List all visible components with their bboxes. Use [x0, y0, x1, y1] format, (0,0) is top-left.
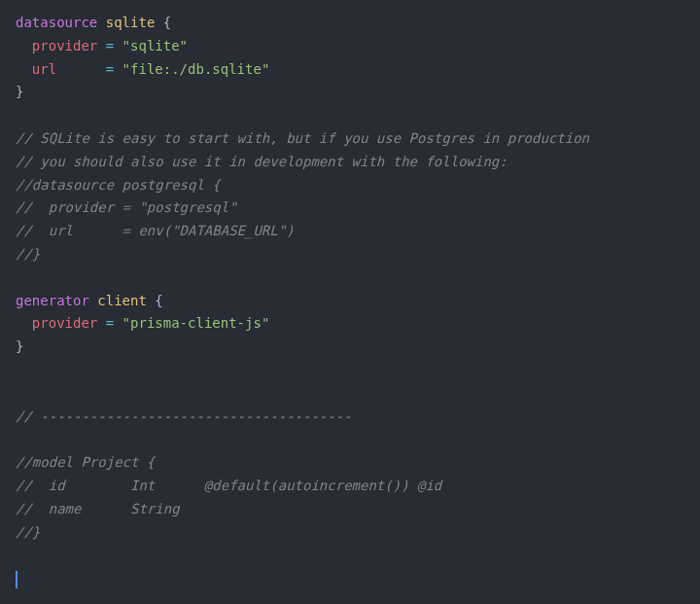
comment: // name String — [16, 501, 180, 516]
keyword-datasource: datasource — [16, 15, 97, 30]
string-sqlite: "sqlite" — [122, 38, 188, 53]
line: //} — [16, 246, 40, 262]
prop-url: url — [32, 61, 56, 77]
keyword-generator: generator — [16, 293, 89, 308]
string-prisma: "prisma-client-js" — [122, 315, 270, 331]
line: // -------------------------------------… — [16, 409, 352, 424]
generator-name: client — [97, 293, 147, 308]
line: } — [16, 338, 23, 354]
datasource-name: sqlite — [106, 15, 156, 30]
line: provider = "prisma-client-js" — [16, 315, 269, 331]
comment-divider: // -------------------------------------… — [16, 409, 352, 424]
brace-open: { — [147, 293, 163, 308]
line: generator client { — [16, 293, 163, 308]
line: datasource sqlite { — [16, 15, 171, 30]
line: // provider = "postgresql" — [16, 199, 237, 215]
line: } — [16, 84, 23, 99]
comment: //} — [16, 524, 40, 540]
operator-eq: = — [56, 61, 122, 77]
line: // you should also use it in development… — [16, 154, 508, 169]
line: //datasource postgresql { — [16, 177, 221, 193]
line: // name String — [16, 501, 180, 516]
comment: // id Int @default(autoincrement()) @id — [16, 478, 441, 493]
brace-close: } — [16, 338, 23, 354]
comment: // SQLite is easy to start with, but if … — [16, 130, 589, 146]
line: provider = "sqlite" — [16, 38, 188, 53]
line: // url = env("DATABASE_URL") — [16, 223, 295, 238]
brace-open: { — [155, 15, 171, 30]
prop-provider: provider — [32, 38, 97, 53]
operator-eq: = — [97, 38, 122, 53]
comment: //} — [16, 246, 40, 262]
line: // id Int @default(autoincrement()) @id — [16, 478, 441, 493]
operator-eq: = — [97, 315, 122, 331]
cursor — [16, 571, 18, 588]
line: //} — [16, 524, 40, 540]
code-editor[interactable]: datasource sqlite { provider = "sqlite" … — [16, 12, 684, 593]
brace-close: } — [16, 84, 23, 99]
string-file: "file:./db.sqlite" — [122, 61, 270, 77]
line: url = "file:./db.sqlite" — [16, 61, 269, 77]
comment: // url = env("DATABASE_URL") — [16, 223, 295, 238]
line: // SQLite is easy to start with, but if … — [16, 130, 589, 146]
line: //model Project { — [16, 454, 155, 470]
comment: // you should also use it in development… — [16, 154, 508, 169]
comment: //datasource postgresql { — [16, 177, 221, 193]
comment: //model Project { — [16, 454, 155, 470]
prop-provider: provider — [32, 315, 97, 331]
comment: // provider = "postgresql" — [16, 199, 237, 215]
